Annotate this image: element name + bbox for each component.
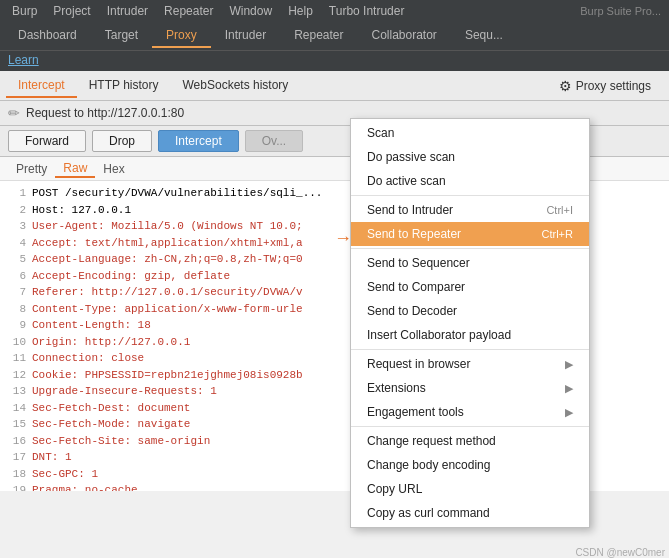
ctx-item-0[interactable]: Scan [351,121,589,145]
ctx-separator-2 [351,195,589,196]
ctx-label-2: Do active scan [367,174,446,188]
format-hex[interactable]: Hex [95,161,132,177]
ctx-item-14[interactable]: Copy URL [351,477,589,501]
tab-proxy[interactable]: Proxy [152,24,211,48]
ctx-arrow-10: ▶ [565,382,573,395]
app-title: Burp Suite Pro... [580,5,665,17]
ctx-label-6: Send to Comparer [367,280,465,294]
menu-turbo-intruder[interactable]: Turbo Intruder [321,2,413,20]
ctx-label-5: Send to Sequencer [367,256,470,270]
ctx-shortcut-3: Ctrl+I [546,204,573,216]
menu-intruder[interactable]: Intruder [99,2,156,20]
learn-link[interactable]: Learn [8,53,39,67]
ctx-item-7[interactable]: Send to Decoder [351,299,589,323]
ctx-label-10: Extensions [367,381,426,395]
tab-dashboard[interactable]: Dashboard [4,24,91,48]
ctx-item-10[interactable]: Extensions▶ [351,376,589,400]
gear-icon: ⚙ [559,78,572,94]
ctx-label-14: Copy URL [367,482,422,496]
open-browser-button[interactable]: Ov... [245,130,303,152]
ctx-item-15[interactable]: Copy as curl command [351,501,589,525]
drop-button[interactable]: Drop [92,130,152,152]
menu-help[interactable]: Help [280,2,321,20]
menu-burp[interactable]: Burp [4,2,45,20]
ctx-label-13: Change body encoding [367,458,490,472]
ctx-shortcut-4: Ctrl+R [542,228,573,240]
ctx-arrow-9: ▶ [565,358,573,371]
proxy-settings-tab[interactable]: ⚙ Proxy settings [547,74,663,98]
tab-websockets-history[interactable]: WebSockets history [171,74,301,98]
format-pretty[interactable]: Pretty [8,161,55,177]
ctx-item-4[interactable]: Send to RepeaterCtrl+R [351,222,589,246]
ctx-item-11[interactable]: Engagement tools▶ [351,400,589,424]
menu-project[interactable]: Project [45,2,98,20]
tab-http-history[interactable]: HTTP history [77,74,171,98]
menu-bar: Burp Project Intruder Repeater Window He… [0,0,669,22]
ctx-item-13[interactable]: Change body encoding [351,453,589,477]
proxy-settings-label: Proxy settings [576,79,651,93]
ctx-item-1[interactable]: Do passive scan [351,145,589,169]
ctx-label-11: Engagement tools [367,405,464,419]
menu-repeater[interactable]: Repeater [156,2,221,20]
tab-repeater[interactable]: Repeater [280,24,357,48]
ctx-label-4: Send to Repeater [367,227,461,241]
request-url: Request to http://127.0.0.1:80 [26,106,184,120]
ctx-item-5[interactable]: Send to Sequencer [351,251,589,275]
tab-sequencer[interactable]: Sequ... [451,24,517,48]
ctx-separator-8 [351,349,589,350]
ctx-item-12[interactable]: Change request method [351,429,589,453]
main-tab-bar: Dashboard Target Proxy Intruder Repeater… [0,22,669,50]
ctx-separator-4 [351,248,589,249]
ctx-separator-11 [351,426,589,427]
forward-button[interactable]: Forward [8,130,86,152]
ctx-label-7: Send to Decoder [367,304,457,318]
tab-intruder[interactable]: Intruder [211,24,280,48]
tab-intercept[interactable]: Intercept [6,74,77,98]
menu-window[interactable]: Window [221,2,280,20]
edit-icon: ✏ [8,105,20,121]
ctx-label-8: Insert Collaborator payload [367,328,511,342]
ctx-item-6[interactable]: Send to Comparer [351,275,589,299]
ctx-label-12: Change request method [367,434,496,448]
ctx-label-0: Scan [367,126,394,140]
tab-target[interactable]: Target [91,24,152,48]
ctx-label-1: Do passive scan [367,150,455,164]
ctx-label-15: Copy as curl command [367,506,490,520]
ctx-arrow-11: ▶ [565,406,573,419]
ctx-label-9: Request in browser [367,357,470,371]
watermark: CSDN @newC0mer [575,547,665,558]
intercept-button[interactable]: Intercept [158,130,239,152]
sub-tab-bar: Intercept HTTP history WebSockets histor… [0,71,669,101]
ctx-item-8[interactable]: Insert Collaborator payload [351,323,589,347]
learn-bar: Learn [0,50,669,71]
ctx-item-3[interactable]: Send to IntruderCtrl+I [351,198,589,222]
ctx-item-2[interactable]: Do active scan [351,169,589,193]
ctx-label-3: Send to Intruder [367,203,453,217]
format-raw[interactable]: Raw [55,160,95,178]
ctx-item-9[interactable]: Request in browser▶ [351,352,589,376]
context-menu: ScanDo passive scanDo active scanSend to… [350,118,590,528]
tab-collaborator[interactable]: Collaborator [358,24,451,48]
